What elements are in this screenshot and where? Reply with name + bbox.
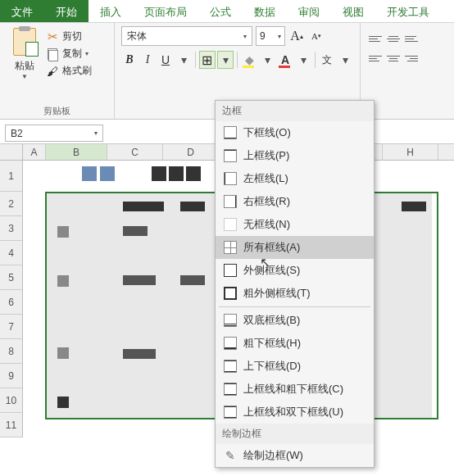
- border-thick-bottom-icon: [224, 337, 237, 350]
- phonetic-dropdown[interactable]: ▾: [337, 51, 353, 69]
- row-header[interactable]: 2: [0, 192, 23, 216]
- chevron-down-icon: ▾: [94, 129, 98, 137]
- brush-icon: [46, 65, 59, 78]
- underline-button[interactable]: U: [157, 51, 174, 69]
- tab-view[interactable]: 视图: [331, 0, 375, 22]
- cell-data: [82, 166, 97, 181]
- align-right-button[interactable]: [403, 51, 420, 66]
- col-header[interactable]: D: [163, 144, 219, 160]
- col-header[interactable]: A: [23, 144, 46, 160]
- dropdown-section-header: 边框: [216, 101, 374, 121]
- dropdown-section-header: 绘制边框: [216, 424, 374, 444]
- border-top-icon: [224, 149, 237, 162]
- cell-data: [123, 202, 164, 211]
- border-right-icon: [224, 195, 237, 208]
- font-color-dropdown[interactable]: ▾: [295, 51, 311, 69]
- separator: [195, 52, 196, 68]
- select-all-corner[interactable]: [0, 144, 23, 160]
- borders-button[interactable]: [199, 51, 216, 69]
- row-header[interactable]: 10: [0, 388, 23, 413]
- cell-data: [186, 166, 201, 181]
- increase-font-button[interactable]: A▴: [288, 27, 305, 45]
- tab-data[interactable]: 数据: [243, 0, 287, 22]
- phonetic-button[interactable]: [319, 51, 335, 69]
- border-bottom-item[interactable]: 下框线(O): [216, 121, 374, 144]
- row-header[interactable]: 8: [0, 339, 23, 364]
- cell-data: [169, 166, 184, 181]
- row-header[interactable]: 7: [0, 315, 23, 339]
- row-header[interactable]: 1: [0, 161, 23, 192]
- chevron-down-icon: ▾: [243, 33, 247, 40]
- borders-dropdown[interactable]: ▾: [217, 51, 234, 69]
- font-color-button[interactable]: A: [277, 51, 293, 69]
- row-header[interactable]: 9: [0, 364, 23, 388]
- paste-button[interactable]: 粘贴 ▼: [7, 26, 43, 82]
- name-box[interactable]: B2▾: [5, 125, 103, 142]
- row-header[interactable]: 5: [0, 265, 23, 290]
- border-right-item[interactable]: 右框线(R): [216, 190, 374, 213]
- border-outside-item[interactable]: 外侧框线(S): [216, 259, 374, 282]
- draw-border-item[interactable]: 绘制边框(W): [216, 444, 374, 467]
- row-header[interactable]: 4: [0, 241, 23, 265]
- italic-button[interactable]: I: [139, 51, 156, 69]
- copy-button[interactable]: 复制▾: [46, 47, 92, 61]
- border-all-icon: [224, 241, 237, 254]
- border-top-thick-bottom-icon: [224, 383, 237, 396]
- border-all-item[interactable]: 所有框线(A): [216, 236, 374, 259]
- row-header[interactable]: 6: [0, 290, 23, 315]
- row-header[interactable]: 3: [0, 216, 23, 241]
- border-top-item[interactable]: 上框线(P): [216, 144, 374, 167]
- borders-dropdown-menu: 边框 下框线(O) 上框线(P) 左框线(L) 右框线(R) 无框线(N) 所有…: [215, 100, 375, 468]
- cut-button[interactable]: 剪切: [46, 29, 92, 43]
- clipboard-group-label: 剪贴板: [7, 103, 107, 117]
- cell-data: [57, 275, 69, 287]
- border-none-item[interactable]: 无框线(N): [216, 213, 374, 236]
- tab-home[interactable]: 开始: [44, 0, 89, 22]
- cell-data: [180, 202, 205, 211]
- tab-formulas[interactable]: 公式: [198, 0, 243, 22]
- cell-data: [123, 226, 148, 236]
- border-thick-outside-icon: [224, 287, 237, 300]
- tab-developer[interactable]: 开发工具: [375, 0, 441, 22]
- chevron-down-icon: ▼: [21, 73, 28, 80]
- border-top-bottom-item[interactable]: 上下框线(D): [216, 355, 374, 378]
- row-header[interactable]: 11: [0, 413, 23, 437]
- col-header[interactable]: B: [46, 144, 107, 160]
- bold-button[interactable]: B: [121, 51, 138, 69]
- cell-data: [180, 275, 205, 285]
- align-top-button[interactable]: [367, 31, 384, 46]
- format-painter-button[interactable]: 格式刷: [46, 64, 92, 78]
- paste-icon: [13, 28, 36, 56]
- cell-data: [123, 349, 156, 359]
- align-left-button[interactable]: [367, 51, 384, 66]
- tab-page-layout[interactable]: 页面布局: [133, 0, 198, 22]
- align-center-button[interactable]: [385, 51, 402, 66]
- font-name-select[interactable]: 宋体▾: [121, 26, 252, 46]
- tab-file[interactable]: 文件: [0, 0, 44, 22]
- align-bottom-button[interactable]: [403, 31, 420, 46]
- tab-insert[interactable]: 插入: [89, 0, 133, 22]
- chevron-down-icon: ▾: [85, 50, 89, 57]
- border-left-item[interactable]: 左框线(L): [216, 167, 374, 190]
- chevron-down-icon: ▾: [278, 33, 281, 40]
- border-double-bottom-item[interactable]: 双底框线(B): [216, 309, 374, 332]
- fill-color-button[interactable]: [241, 51, 257, 69]
- align-middle-button[interactable]: [385, 31, 402, 46]
- border-thick-outside-item[interactable]: 粗外侧框线(T): [216, 282, 374, 305]
- tab-review[interactable]: 审阅: [287, 0, 331, 22]
- border-top-thick-bottom-item[interactable]: 上框线和粗下框线(C): [216, 378, 374, 401]
- col-header[interactable]: C: [107, 144, 163, 160]
- cell-data: [123, 275, 156, 285]
- separator: [219, 306, 370, 307]
- border-thick-bottom-item[interactable]: 粗下框线(H): [216, 332, 374, 355]
- cell-data: [152, 166, 166, 181]
- font-size-select[interactable]: 9▾: [256, 26, 285, 46]
- border-top-double-bottom-item[interactable]: 上框线和双下框线(U): [216, 401, 374, 424]
- fill-color-dropdown[interactable]: ▾: [259, 51, 275, 69]
- scissors-icon: [46, 30, 59, 43]
- separator: [315, 52, 316, 68]
- col-header[interactable]: H: [383, 144, 438, 160]
- underline-dropdown[interactable]: ▾: [175, 51, 192, 69]
- decrease-font-button[interactable]: A▾: [308, 27, 325, 45]
- border-left-icon: [224, 172, 237, 185]
